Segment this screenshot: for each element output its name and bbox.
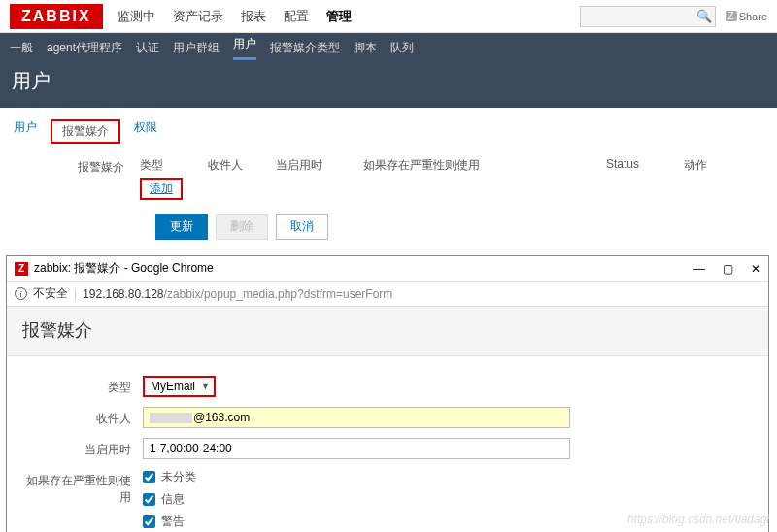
watermark: https://blog.csdn.net/tladagi xyxy=(627,513,769,526)
subnav-usergroups[interactable]: 用户群组 xyxy=(173,40,220,56)
severity-2: 警告 xyxy=(161,514,185,530)
media-label: 报警媒介 xyxy=(14,157,140,200)
form-button-row: 更新 删除 取消 xyxy=(155,214,763,240)
delete-button: 删除 xyxy=(216,214,268,240)
cancel-button[interactable]: 取消 xyxy=(276,214,328,240)
col-type: 类型 xyxy=(140,157,179,174)
subnav-queue[interactable]: 队列 xyxy=(390,40,414,56)
maximize-icon[interactable]: ▢ xyxy=(723,262,733,276)
nav-configuration[interactable]: 配置 xyxy=(284,8,309,25)
update-button[interactable]: 更新 xyxy=(155,214,208,240)
severity-1: 信息 xyxy=(161,491,185,508)
window-controls: — ▢ ✕ xyxy=(693,262,760,276)
search-input[interactable] xyxy=(580,6,716,27)
page-title: 用户 xyxy=(0,62,777,108)
logo: ZABBIX xyxy=(10,4,103,29)
search-icon[interactable]: 🔍 xyxy=(696,9,712,23)
sub-nav: 一般 agent代理程序 认证 用户群组 用户 报警媒介类型 脚本 队列 xyxy=(0,33,777,62)
popup-window-title: zabbix: 报警媒介 - Google Chrome xyxy=(34,260,214,277)
close-icon[interactable]: ✕ xyxy=(751,262,760,276)
address-bar: i 不安全 | 192.168.80.128/zabbix/popup_medi… xyxy=(7,282,768,307)
popup-heading: 报警媒介 xyxy=(7,307,768,356)
url-host: 192.168.80.128 xyxy=(83,287,163,301)
popup-form: 类型 MyEmail ▼ 收件人 @163.com 当启用时 xyxy=(7,356,768,532)
col-action: 动作 xyxy=(684,157,723,174)
when-input[interactable] xyxy=(143,438,570,459)
nav-monitoring[interactable]: 监测中 xyxy=(118,8,155,25)
top-header: ZABBIX 监测中 资产记录 报表 配置 管理 🔍 Z Share xyxy=(0,0,777,33)
tab-row: 用户 报警媒介 权限 xyxy=(0,108,777,153)
when-label: 当启用时 xyxy=(22,438,143,458)
popup-titlebar: Z zabbix: 报警媒介 - Google Chrome — ▢ ✕ xyxy=(7,256,768,282)
masked-text xyxy=(150,413,192,423)
share-badge-icon: Z xyxy=(726,11,737,21)
tab-permissions[interactable]: 权限 xyxy=(134,119,157,144)
subnav-auth[interactable]: 认证 xyxy=(136,40,159,56)
severity-checkbox-1[interactable] xyxy=(143,493,155,506)
col-severity: 如果存在严重性则使用 xyxy=(363,157,577,174)
url-path: /zabbix/popup_media.php?dstfrm=userForm xyxy=(164,287,393,301)
tab-user[interactable]: 用户 xyxy=(14,119,37,144)
popup-window: Z zabbix: 报警媒介 - Google Chrome — ▢ ✕ i 不… xyxy=(6,255,769,532)
main-nav: 监测中 资产记录 报表 配置 管理 xyxy=(118,8,352,25)
nav-administration[interactable]: 管理 xyxy=(326,8,352,25)
recipient-input[interactable]: @163.com xyxy=(143,407,570,428)
recipient-value: @163.com xyxy=(193,411,250,424)
nav-reports[interactable]: 报表 xyxy=(241,8,266,25)
media-column-headers: 类型 收件人 当启用时 如果存在严重性则使用 Status 动作 xyxy=(140,157,763,174)
info-icon[interactable]: i xyxy=(15,287,27,300)
subnav-general[interactable]: 一般 xyxy=(10,40,33,56)
search-box: 🔍 xyxy=(580,6,716,27)
popup-body: 报警媒介 类型 MyEmail ▼ 收件人 @163.com xyxy=(7,307,768,532)
severity-label: 如果存在严重性则使用 xyxy=(22,469,143,506)
type-value: MyEmail xyxy=(151,380,195,393)
share-link[interactable]: Z Share xyxy=(726,11,767,22)
tab-media[interactable]: 报警媒介 xyxy=(51,119,120,144)
severity-checkbox-0[interactable] xyxy=(143,471,155,483)
subnav-proxies[interactable]: agent代理程序 xyxy=(47,40,122,56)
share-label: Share xyxy=(739,11,767,22)
add-media-link[interactable]: 添加 xyxy=(140,178,183,200)
col-status: Status xyxy=(606,157,655,174)
zabbix-icon: Z xyxy=(15,262,28,276)
severity-checkbox-2[interactable] xyxy=(143,515,155,528)
recipient-label: 收件人 xyxy=(22,407,143,427)
type-select[interactable]: MyEmail ▼ xyxy=(143,376,216,397)
type-label: 类型 xyxy=(22,376,143,396)
subnav-scripts[interactable]: 脚本 xyxy=(354,40,377,56)
subnav-mediatypes[interactable]: 报警媒介类型 xyxy=(270,40,340,56)
minimize-icon[interactable]: — xyxy=(693,262,705,276)
col-when: 当启用时 xyxy=(276,157,334,174)
insecure-label: 不安全 xyxy=(33,285,68,302)
severity-0: 未分类 xyxy=(161,469,196,485)
subnav-users[interactable]: 用户 xyxy=(233,36,256,60)
media-form-area: 报警媒介 类型 收件人 当启用时 如果存在严重性则使用 Status 动作 添加… xyxy=(0,153,777,255)
chevron-down-icon: ▼ xyxy=(201,382,210,391)
col-recipient: 收件人 xyxy=(208,157,247,174)
nav-inventory[interactable]: 资产记录 xyxy=(173,8,223,25)
